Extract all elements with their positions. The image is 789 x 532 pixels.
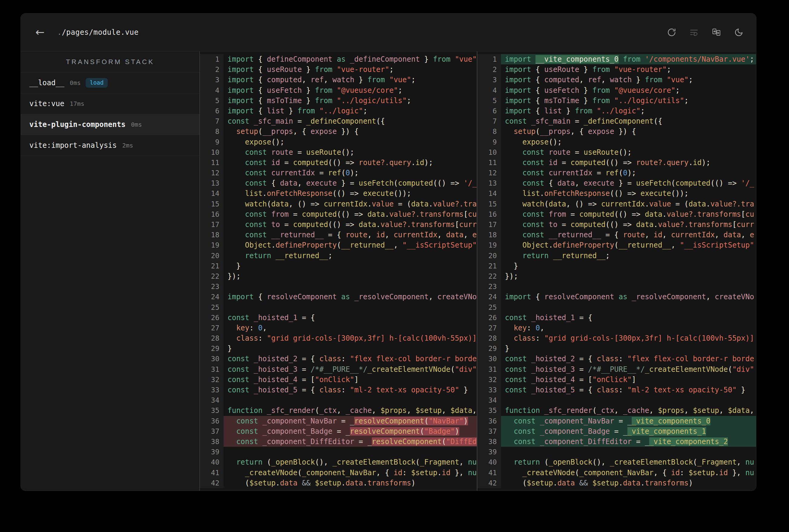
code-line: 20 return __returned__; xyxy=(477,251,756,261)
load-badge: load xyxy=(86,78,108,88)
code-text: const _hoisted_2 = { class: "flex flex-c… xyxy=(224,354,477,364)
code-text: } xyxy=(501,343,756,354)
inspector-window: ← ./pages/module.vue xyxy=(21,13,756,491)
line-number: 10 xyxy=(477,147,501,157)
refresh-button[interactable] xyxy=(667,28,676,37)
code-text: key: 0, xyxy=(501,323,756,333)
line-number: 9 xyxy=(477,137,501,147)
plugin-name: vite-plugin-components xyxy=(29,120,126,129)
code-text: const _hoisted_5 = { class: "ml-2 text-x… xyxy=(501,385,756,395)
line-number: 1 xyxy=(477,54,501,64)
code-text: Object.defineProperty(__returned__, "__i… xyxy=(224,240,477,250)
code-text: import { computed, ref, watch } from "vu… xyxy=(224,75,477,85)
code-text: ($setup.data && $setup.data.transforms) xyxy=(224,478,477,488)
code-text: const __returned__ = { route, id, curren… xyxy=(224,230,477,240)
code-line: 13 const { data, execute } = useFetch(co… xyxy=(200,178,477,188)
code-line: 2import { useRoute } from "vue-router"; xyxy=(477,64,756,75)
code-line: 9 expose(); xyxy=(477,137,756,147)
code-line: 42 ($setup.data && $setup.data.transform… xyxy=(200,478,477,488)
line-number: 22 xyxy=(477,271,501,281)
line-number: 5 xyxy=(477,96,501,106)
line-number: 1 xyxy=(200,54,224,64)
back-arrow-icon: ← xyxy=(35,26,44,38)
code-line: 8 setup(__props, { expose }) { xyxy=(477,126,756,137)
code-line: 4import { useFetch } from "@vueuse/core"… xyxy=(200,85,477,96)
code-line: 22}); xyxy=(477,271,756,281)
line-number: 42 xyxy=(477,478,501,488)
code-line: 29} xyxy=(200,343,477,354)
sidebar-item-vite-vue[interactable]: vite:vue 17ms xyxy=(21,93,199,114)
back-button[interactable]: ← xyxy=(34,26,46,38)
code-line: 19 Object.defineProperty(__returned__, "… xyxy=(200,240,477,250)
code-line: 35function _sfc_render(_ctx, _cache, $pr… xyxy=(477,405,756,416)
code-line: 34 xyxy=(477,395,756,405)
code-text: import { defineComponent as _defineCompo… xyxy=(224,54,477,64)
line-number: 24 xyxy=(200,292,224,302)
code-text: function _sfc_render(_ctx, _cache, $prop… xyxy=(224,405,477,416)
line-number: 13 xyxy=(477,178,501,188)
code-line: 16 const from = computed(() => data.valu… xyxy=(477,209,756,220)
code-text xyxy=(501,302,756,312)
plugin-time: 0ms xyxy=(70,79,81,87)
code-text: const _hoisted_2 = { class: "flex flex-c… xyxy=(501,354,756,364)
code-text: watch(data, () => currentIdx.value = (da… xyxy=(501,199,756,209)
code-line: 17 const to = computed(() => data.value?… xyxy=(200,220,477,230)
line-number: 20 xyxy=(200,251,224,261)
line-number: 31 xyxy=(200,364,224,375)
sidebar-item-vite-plugin-components[interactable]: vite-plugin-components 0ms xyxy=(21,114,199,135)
line-number: 16 xyxy=(477,209,501,220)
code-text: key: 0, xyxy=(224,323,477,333)
page-title-prefix: . xyxy=(57,28,62,37)
code-text: expose(); xyxy=(501,137,756,147)
code-line: 22}); xyxy=(200,271,477,281)
line-number: 23 xyxy=(200,281,224,292)
code-text: return __returned__; xyxy=(224,251,477,261)
code-text xyxy=(224,281,477,292)
code-line: 15 watch(data, () => currentIdx.value = … xyxy=(200,199,477,209)
code-text xyxy=(501,447,756,457)
line-number: 12 xyxy=(477,168,501,178)
line-number: 7 xyxy=(477,116,501,126)
code-text: } xyxy=(224,343,477,354)
code-text: import { useFetch } from "@vueuse/core"; xyxy=(224,85,477,96)
code-text: const currentIdx = ref(0); xyxy=(501,168,756,178)
diff-view-toggle-button[interactable] xyxy=(712,28,721,37)
dark-mode-button[interactable] xyxy=(734,28,743,37)
code-line: 7const _sfc_main = _defineComponent({ xyxy=(477,116,756,126)
code-panel-after[interactable]: 1import __vite_components_0 from '/compo… xyxy=(477,51,756,491)
code-line: 41 _createVNode(_component_NavBar, { id:… xyxy=(200,468,477,478)
page-title-path: /pages/module.vue xyxy=(62,28,139,37)
line-number: 6 xyxy=(477,106,501,116)
sidebar-item-vite-import-analysis[interactable]: vite:import-analysis 2ms xyxy=(21,135,199,156)
code-line: 10 const route = useRoute(); xyxy=(477,147,756,157)
line-number: 21 xyxy=(477,261,501,271)
line-number: 20 xyxy=(477,251,501,261)
code-text xyxy=(501,395,756,405)
code-line: 23 xyxy=(200,281,477,292)
plugin-name: vite:import-analysis xyxy=(29,141,117,150)
line-number: 14 xyxy=(477,188,501,198)
line-number: 3 xyxy=(477,75,501,85)
dark-mode-moon-icon xyxy=(734,28,743,37)
code-text: const _hoisted_3 = /*#__PURE__*/_createE… xyxy=(501,364,756,375)
code-line: 36 const _component_NavBar = __vite_comp… xyxy=(477,416,756,426)
code-line: 23 xyxy=(477,281,756,292)
wrap-lines-button[interactable] xyxy=(690,28,699,37)
code-line: 11 const id = computed(() => route?.quer… xyxy=(200,157,477,168)
code-text: const __returned__ = { route, id, curren… xyxy=(501,230,756,240)
sidebar-item-load[interactable]: __load__ 0ms load xyxy=(21,73,199,93)
code-line: 12 const currentIdx = ref(0); xyxy=(477,168,756,178)
code-text: import __vite_components_0 from '/compon… xyxy=(501,54,756,64)
line-number: 37 xyxy=(477,426,501,436)
code-line: 5import { msToTime } from "../logic/util… xyxy=(200,96,477,106)
code-line: 25 xyxy=(200,302,477,312)
code-line: 32const _hoisted_4 = ["onClick"] xyxy=(200,375,477,385)
code-panel-before[interactable]: 1import { defineComponent as _defineComp… xyxy=(200,51,477,491)
code-line: 7const _sfc_main = _defineComponent({ xyxy=(200,116,477,126)
code-line: 6import { list } from "../logic"; xyxy=(200,106,477,116)
line-number: 10 xyxy=(200,147,224,157)
side-by-side-diff-icon xyxy=(712,28,721,37)
code-text xyxy=(224,395,477,405)
code-line: 28 class: "grid grid-cols-[300px,3fr] h-… xyxy=(200,333,477,343)
code-text: const _component_Badge = _resolveCompone… xyxy=(224,426,477,436)
